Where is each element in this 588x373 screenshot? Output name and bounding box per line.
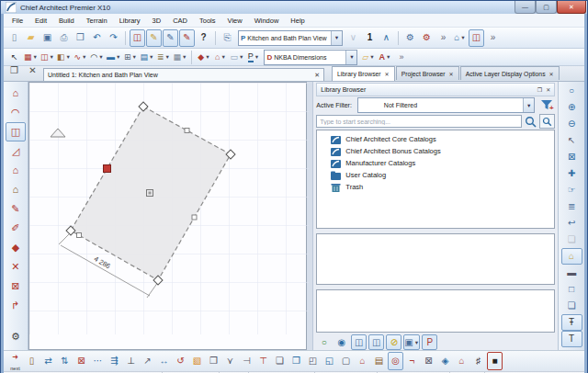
delete-roof-planes-button[interactable]: ⊠ [6, 277, 26, 296]
corner-edit-button[interactable]: ¬ [404, 352, 420, 370]
menu-3d[interactable]: 3D [153, 17, 162, 25]
show-preview-toggle-button[interactable]: ◫ [368, 334, 384, 350]
menu-window[interactable]: Window [254, 17, 279, 25]
print-preview-button[interactable]: ❒ [73, 29, 88, 47]
roof-hole-button[interactable]: ◆ [6, 238, 26, 257]
text-check-button[interactable]: T [561, 331, 582, 347]
edit-fascia-button[interactable]: ✎ [6, 199, 26, 219]
minimize-button[interactable]: — [514, 1, 536, 14]
resize-button[interactable]: ↔ [156, 352, 172, 370]
open-object-button[interactable]: ◎ [388, 352, 403, 370]
toolbar-overflow-icon[interactable]: » [485, 29, 501, 47]
preferences-button[interactable]: ⚙ [419, 29, 435, 47]
point-to-point-move-button[interactable]: ⋯ [90, 352, 106, 370]
zoom-region-button[interactable]: ○ [561, 83, 582, 99]
dimension-tools-button[interactable]: P▼ [245, 50, 261, 65]
menu-library[interactable]: Library [119, 17, 141, 25]
auto-redline-toggle-button[interactable]: ✎ [179, 29, 195, 47]
document-tab[interactable]: Untitled 1: Kitchen and Bath Plan View ✕ [43, 68, 324, 81]
filter-off-button[interactable]: ⊘ [386, 334, 401, 350]
fillet-lines-button[interactable]: ▧ [189, 352, 205, 370]
floor-indicator[interactable]: 1 [362, 29, 378, 47]
chevron-down-icon[interactable]: ▼ [331, 31, 342, 45]
move-to-framing-button[interactable]: ⇶ [107, 352, 122, 370]
door-edit-button[interactable]: ▯ [24, 352, 40, 370]
blank-plan-button[interactable]: □ [561, 281, 582, 298]
rotate-button[interactable]: ↺ [173, 352, 188, 370]
convert-to-roof-button[interactable]: ⌂ [355, 352, 370, 370]
close-button[interactable]: ✕ [557, 1, 586, 14]
roof-pitch-button[interactable]: ◿ [6, 141, 26, 161]
menu-terrain[interactable]: Terrain [86, 17, 107, 25]
door-tools-button[interactable]: ◧▼ [56, 50, 72, 65]
tab-library-browser[interactable]: Library Browser ✕ [332, 66, 395, 81]
tab-active-layer-display-options[interactable]: Active Layer Display Options ✕ [460, 66, 560, 80]
menu-build[interactable]: Build [59, 17, 74, 25]
maximize-button[interactable]: ▢ [536, 1, 557, 14]
tab-close-icon[interactable]: ✕ [314, 72, 320, 79]
dropdown-arrow-icon[interactable]: ▼ [182, 54, 187, 60]
cabinet-tools-button[interactable]: ⊞▼ [122, 50, 138, 65]
zoom-in-button[interactable]: ⊕ [561, 99, 582, 116]
dropdown-arrow-icon[interactable]: ▼ [386, 54, 390, 60]
dropdown-arrow-icon[interactable]: ▼ [460, 35, 465, 40]
hip-wall-button[interactable]: ⌂ [6, 180, 26, 199]
tab-close-icon[interactable]: ✕ [549, 71, 554, 77]
add-filter-icon[interactable]: + [540, 99, 555, 111]
menu-tools[interactable]: Tools [199, 17, 216, 25]
roof-tools-button[interactable]: ◆▼ [196, 50, 211, 65]
text-tools-button[interactable]: A▼ [377, 50, 392, 65]
plan-view-dropdown[interactable]: P Kitchen and Bath Plan View ▼ [238, 30, 343, 46]
tab-close-icon[interactable]: ✕ [385, 71, 390, 77]
refresh-library-button[interactable]: ○ [316, 334, 332, 350]
edit-frieze-button[interactable]: ✐ [6, 219, 26, 238]
layer-sets-button[interactable]: ≣ [561, 198, 582, 215]
copy-region-button[interactable]: ◰ [305, 352, 321, 370]
folder-view-button[interactable]: ▣▼ [403, 334, 420, 350]
paste-button[interactable]: ❐ [288, 352, 304, 370]
rounded-rectangle-button[interactable]: ▢ [338, 352, 354, 370]
panel-close-icon[interactable]: ✕ [546, 86, 550, 93]
fence-select-button[interactable]: ▤ [371, 352, 387, 370]
fill-style-button[interactable]: ■ [487, 352, 503, 370]
tab-close-icon[interactable]: ✕ [449, 71, 454, 77]
transform-replicate-button[interactable]: ⇄ [40, 352, 56, 370]
dropdown-arrow-icon[interactable]: ▼ [132, 54, 137, 60]
dropdown-arrow-icon[interactable]: ▼ [414, 340, 419, 345]
intersect-join-button[interactable]: ⊤ [255, 352, 271, 370]
line-tools-button[interactable]: ▬▼ [106, 50, 121, 65]
tree-item-user-catalog[interactable]: User Catalog [317, 169, 554, 181]
undo-view-change-button[interactable]: ↩ [561, 215, 582, 232]
auto-refresh-toggle-button[interactable]: ✎ [163, 29, 178, 47]
copy-button[interactable]: ❐ [206, 352, 221, 370]
align-button[interactable]: ❏ [272, 352, 288, 370]
dimension-defaults-dropdown[interactable]: D NKBA Dimensions ▼ [264, 50, 357, 65]
chevron-down-icon[interactable]: ▼ [523, 98, 534, 112]
dropdown-arrow-icon[interactable]: ▼ [254, 54, 259, 60]
menu-help[interactable]: Help [290, 17, 304, 25]
toolbar-overflow-icon[interactable]: » [393, 50, 409, 65]
delete-surface-button[interactable]: ⊠ [421, 352, 436, 370]
active-layer-options-button[interactable]: ⌂ [561, 248, 582, 265]
text-style-button[interactable]: Ŧ [561, 314, 582, 331]
accurate-move-button[interactable]: ↗ [140, 352, 155, 370]
window-tools-button[interactable]: ◫▼ [40, 50, 55, 65]
dropdown-arrow-icon[interactable]: ▼ [205, 54, 209, 60]
dropdown-arrow-icon[interactable]: ▼ [66, 54, 71, 60]
auto-rebuild-toggle-button[interactable]: ✎ [146, 29, 162, 47]
measure-tool-button[interactable]: ▱▼ [360, 50, 376, 65]
multiple-copy-button[interactable]: ⇅ [57, 352, 73, 370]
show-tree-toggle-button[interactable]: ◫ [351, 334, 367, 350]
undo-button[interactable]: ↶ [89, 29, 105, 47]
make-perpendicular-button[interactable]: ⊥ [123, 352, 139, 370]
dropdown-arrow-icon[interactable]: ▼ [165, 54, 170, 60]
tab-project-browser[interactable]: Project Browser ✕ [396, 66, 459, 80]
pane-close-icon[interactable]: ✕ [25, 62, 40, 79]
redo-view-change-button[interactable]: ❏ [561, 232, 582, 248]
fixture-tools-button[interactable]: ▤▼ [139, 50, 154, 65]
filter-dropdown[interactable]: Not Filtered ▼ [357, 97, 535, 113]
ceiling-tools-button[interactable]: ▭▼ [229, 50, 244, 65]
new-file-button[interactable]: ▯ [6, 29, 22, 47]
default-settings-button[interactable]: ⚙ [402, 29, 418, 47]
framing-reference-button[interactable]: ♯ [470, 352, 486, 370]
